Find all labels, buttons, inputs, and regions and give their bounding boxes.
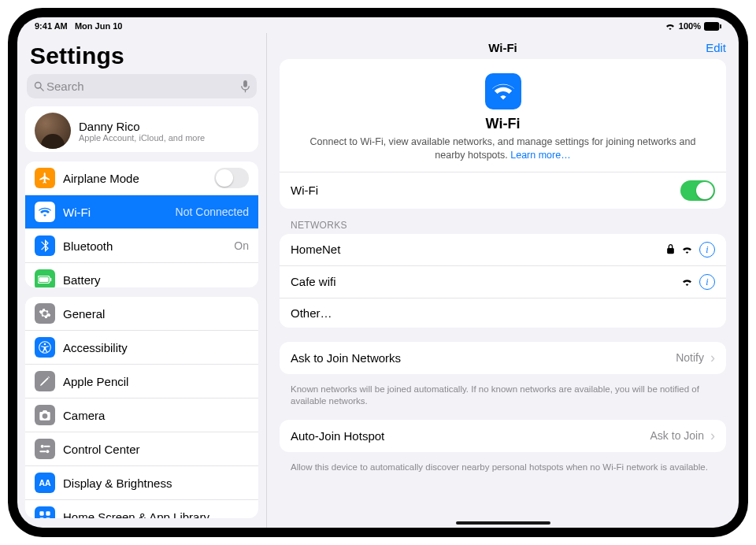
status-left: 9:41 AM Mon Jun 10 bbox=[35, 21, 122, 31]
sidebar-item-accessibility[interactable]: Accessibility bbox=[25, 330, 258, 364]
row-label: Accessibility bbox=[63, 341, 249, 354]
intro-text: Connect to Wi-Fi, view available network… bbox=[302, 135, 704, 162]
svg-rect-4 bbox=[243, 80, 247, 87]
svg-rect-19 bbox=[46, 517, 50, 518]
sidebar-item-apple-pencil[interactable]: Apple Pencil bbox=[25, 364, 258, 398]
sidebar-item-airplane-mode[interactable]: Airplane Mode bbox=[25, 161, 258, 195]
auto-hotspot-value: Ask to Join bbox=[650, 429, 704, 442]
ipad-frame: 9:41 AM Mon Jun 10 100% Settings bbox=[8, 8, 748, 537]
intro-title: Wi-Fi bbox=[302, 116, 704, 132]
sidebar-item-wifi[interactable]: Wi-Fi Not Connected bbox=[25, 195, 258, 228]
accessibility-icon bbox=[35, 337, 55, 358]
ask-join-card: Ask to Join Networks Notify › bbox=[280, 342, 726, 374]
airplane-icon bbox=[35, 168, 55, 188]
row-label: Wi-Fi bbox=[63, 206, 176, 219]
account-card[interactable]: Danny Rico Apple Account, iCloud, and mo… bbox=[25, 106, 258, 152]
search-field[interactable] bbox=[27, 74, 257, 98]
chevron-right-icon: › bbox=[710, 350, 715, 366]
auto-hotspot-footer: Allow this device to automatically disco… bbox=[280, 458, 726, 473]
sidebar-item-display-brightness[interactable]: AADisplay & Brightness bbox=[25, 465, 258, 499]
svg-rect-17 bbox=[46, 511, 50, 515]
chevron-right-icon: › bbox=[710, 428, 715, 444]
info-icon[interactable]: i bbox=[699, 242, 715, 258]
detail-title: Wi-Fi bbox=[488, 41, 517, 54]
ask-join-footer: Known networks will be joined automatica… bbox=[280, 380, 726, 407]
detail-pane: Wi-Fi Edit Wi-Fi Connect to Wi-Fi, view … bbox=[267, 33, 739, 528]
svg-rect-12 bbox=[44, 446, 50, 447]
brightness-icon: AA bbox=[35, 473, 55, 493]
row-label: Bluetooth bbox=[63, 239, 234, 253]
sidebar-item-battery[interactable]: Battery bbox=[25, 262, 258, 287]
battery-icon bbox=[704, 22, 721, 31]
wifi-toggle[interactable] bbox=[680, 180, 715, 201]
svg-point-10 bbox=[44, 343, 46, 346]
row-label: Camera bbox=[63, 409, 249, 422]
lock-icon bbox=[666, 244, 675, 254]
status-bar: 9:41 AM Mon Jun 10 100% bbox=[17, 17, 739, 33]
svg-line-3 bbox=[40, 87, 43, 91]
row-label: Display & Brightness bbox=[63, 476, 249, 490]
ask-join-value: Notify bbox=[676, 351, 704, 364]
grid-icon bbox=[35, 506, 55, 518]
camera-icon bbox=[35, 405, 55, 425]
pencil-icon bbox=[35, 371, 55, 391]
sidebar-item-bluetooth[interactable]: Bluetooth On bbox=[25, 228, 258, 262]
search-icon bbox=[33, 80, 45, 92]
learn-more-link[interactable]: Learn more… bbox=[510, 150, 570, 161]
sidebar: Settings Danny Rico Apple Account, iClou… bbox=[17, 33, 267, 528]
networks-card: HomeNetiCafe wifiiOther… bbox=[280, 234, 726, 328]
row-label: Apple Pencil bbox=[63, 375, 249, 388]
svg-rect-16 bbox=[39, 511, 43, 515]
other-label: Other… bbox=[291, 306, 715, 320]
wifi-icon bbox=[35, 202, 55, 222]
gear-icon bbox=[35, 303, 55, 324]
battery-icon bbox=[35, 269, 55, 287]
network-row[interactable]: Cafe wifii bbox=[280, 265, 726, 298]
status-time: 9:41 AM bbox=[35, 21, 68, 31]
auto-hotspot-row[interactable]: Auto-Join Hotspot Ask to Join › bbox=[280, 420, 726, 452]
home-indicator bbox=[456, 521, 550, 525]
edit-button[interactable]: Edit bbox=[706, 41, 726, 54]
account-name: Danny Rico bbox=[79, 120, 205, 133]
wifi-status-icon bbox=[665, 22, 676, 30]
row-label: General bbox=[63, 307, 249, 321]
row-label: Battery bbox=[63, 273, 249, 287]
row-label: Control Center bbox=[63, 443, 249, 456]
avatar bbox=[35, 113, 71, 149]
svg-rect-1 bbox=[720, 24, 721, 28]
wifi-toggle-row: Wi-Fi bbox=[280, 172, 726, 209]
network-row[interactable]: HomeNeti bbox=[280, 234, 726, 265]
ask-join-row[interactable]: Ask to Join Networks Notify › bbox=[280, 342, 726, 374]
svg-rect-14 bbox=[39, 450, 46, 452]
status-date: Mon Jun 10 bbox=[75, 21, 123, 31]
svg-rect-0 bbox=[704, 22, 719, 31]
auto-hotspot-card: Auto-Join Hotspot Ask to Join › bbox=[280, 420, 726, 452]
network-name: Cafe wifi bbox=[291, 275, 681, 288]
svg-rect-8 bbox=[50, 278, 52, 282]
detail-header: Wi-Fi Edit bbox=[267, 33, 739, 59]
airplane-toggle[interactable] bbox=[214, 168, 249, 188]
battery-percent: 100% bbox=[679, 21, 701, 31]
sidebar-item-home-screen-app-library[interactable]: Home Screen & App Library bbox=[25, 499, 258, 518]
svg-rect-18 bbox=[39, 517, 43, 518]
status-right: 100% bbox=[665, 21, 721, 31]
sidebar-item-camera[interactable]: Camera bbox=[25, 398, 258, 432]
svg-point-13 bbox=[46, 450, 49, 453]
row-value: Not Connected bbox=[176, 206, 249, 218]
connectivity-group: Airplane Mode Wi-Fi Not Connected bbox=[25, 161, 258, 287]
wifi-intro-card: Wi-Fi Connect to Wi-Fi, view available n… bbox=[280, 59, 726, 209]
network-other-row[interactable]: Other… bbox=[280, 298, 726, 328]
ask-join-label: Ask to Join Networks bbox=[291, 351, 676, 365]
search-input[interactable] bbox=[45, 79, 240, 94]
row-value: On bbox=[234, 239, 249, 252]
dictation-icon[interactable] bbox=[240, 80, 250, 93]
sidebar-item-control-center[interactable]: Control Center bbox=[25, 432, 258, 465]
row-label: Airplane Mode bbox=[63, 172, 214, 185]
account-subtitle: Apple Account, iCloud, and more bbox=[79, 133, 205, 143]
svg-rect-7 bbox=[39, 277, 49, 282]
wifi-signal-icon bbox=[681, 245, 693, 254]
bluetooth-icon bbox=[35, 235, 55, 256]
sidebar-item-general[interactable]: General bbox=[25, 297, 258, 330]
info-icon[interactable]: i bbox=[699, 274, 715, 290]
wifi-signal-icon bbox=[681, 277, 693, 286]
